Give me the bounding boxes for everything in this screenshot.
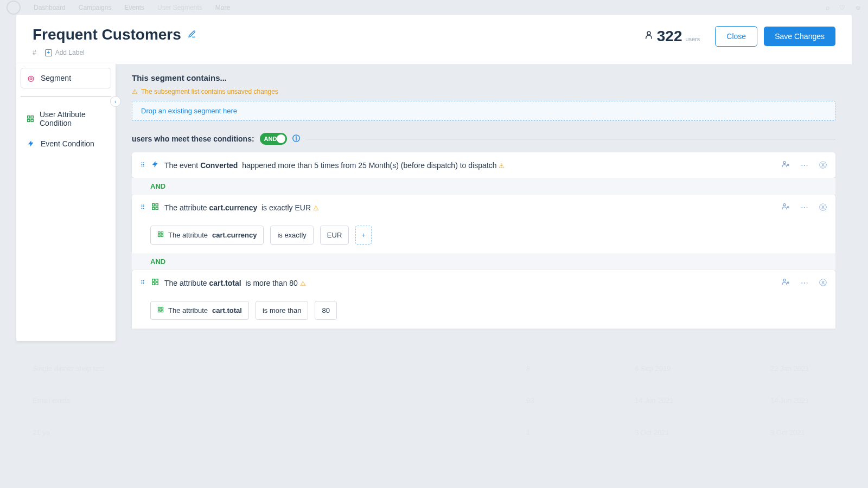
user-icon <box>644 30 654 43</box>
condition-text: The attribute cart.total is more than 80… <box>164 279 776 287</box>
user-count-label: users <box>685 36 700 42</box>
nav-dashboard[interactable]: Dashboard <box>34 4 66 11</box>
attribute-icon <box>157 306 164 314</box>
nav-events[interactable]: Events <box>124 4 144 11</box>
segment-editor-modal: Frequent Customers # + Add Label 322 use… <box>16 15 852 488</box>
topnav: Dashboard Campaigns Events User Segments… <box>0 0 868 15</box>
user-count: 322 users <box>644 28 700 45</box>
condition-row-event[interactable]: ⠿ The event Converted happened more than… <box>132 152 835 178</box>
svg-rect-18 <box>156 279 158 281</box>
svg-rect-9 <box>152 207 155 209</box>
user-match-icon[interactable] <box>781 202 790 213</box>
svg-rect-4 <box>31 119 33 121</box>
svg-rect-13 <box>158 232 161 234</box>
user-match-icon[interactable] <box>781 160 790 170</box>
more-icon[interactable]: ⋯ <box>801 203 808 212</box>
condition-card: ⠿ The attribute cart.currency is exactly… <box>132 195 835 253</box>
warning-icon: ⚠ <box>499 162 505 170</box>
unsaved-warning: ⚠ The subsegment list contains unsaved c… <box>132 88 835 95</box>
drag-handle-icon[interactable]: ⠿ <box>141 162 146 169</box>
condition-card: ⠿ The attribute cart.total is more than … <box>132 270 835 329</box>
info-icon[interactable]: ⓘ <box>292 134 300 144</box>
attribute-chip[interactable]: The attribute cart.total <box>150 301 249 320</box>
sidebar-item-attribute-condition[interactable]: User Attribute Condition <box>21 104 111 133</box>
search-icon[interactable]: ⌕ <box>826 4 829 11</box>
segment-dropzone[interactable]: Drop an existing segment here <box>132 101 835 121</box>
svg-rect-10 <box>156 207 158 209</box>
svg-rect-19 <box>152 282 155 285</box>
attribute-icon <box>157 231 164 239</box>
more-icon[interactable]: ⋯ <box>801 161 808 170</box>
collapse-sidebar-icon[interactable]: ‹ <box>110 96 121 107</box>
nav-more[interactable]: More <box>215 4 230 11</box>
svg-point-12 <box>787 207 789 208</box>
close-button[interactable]: Close <box>715 26 757 47</box>
operator-chip[interactable]: is more than <box>256 301 309 320</box>
attribute-chip[interactable]: The attribute cart.currency <box>150 226 264 245</box>
svg-rect-16 <box>161 235 163 237</box>
svg-rect-23 <box>158 307 161 310</box>
add-condition-icon[interactable]: + <box>355 226 372 245</box>
attribute-icon <box>151 203 159 212</box>
drag-handle-icon[interactable]: ⠿ <box>141 279 146 286</box>
drag-handle-icon[interactable]: ⠿ <box>141 204 146 211</box>
and-separator: AND <box>132 178 835 195</box>
svg-point-0 <box>647 31 650 35</box>
remove-icon[interactable]: ⓧ <box>819 278 827 288</box>
svg-rect-24 <box>161 307 163 310</box>
user-count-value: 322 <box>657 28 682 45</box>
warning-icon: ⚠ <box>132 88 138 95</box>
edit-title-icon[interactable] <box>188 30 196 40</box>
plus-icon: + <box>45 49 52 56</box>
user-match-icon[interactable] <box>781 278 790 288</box>
svg-point-21 <box>783 279 786 281</box>
segment-icon: ◎ <box>27 74 35 82</box>
svg-rect-15 <box>158 235 161 237</box>
svg-rect-8 <box>156 204 158 206</box>
condition-detail: The attribute cart.currency is exactly E… <box>132 220 835 253</box>
add-label-button[interactable]: + Add Label <box>45 49 85 56</box>
svg-rect-17 <box>152 279 155 281</box>
nav-campaigns[interactable]: Campaigns <box>79 4 112 11</box>
condition-row-attribute[interactable]: ⠿ The attribute cart.total is more than … <box>132 270 835 296</box>
section-title: This segment contains... <box>132 73 835 82</box>
svg-rect-7 <box>152 204 155 206</box>
svg-rect-3 <box>28 119 30 121</box>
conditions-header: users who meet these conditions: AND ⓘ <box>132 133 835 145</box>
condition-row-attribute[interactable]: ⠿ The attribute cart.currency is exactly… <box>132 195 835 220</box>
remove-icon[interactable]: ⓧ <box>819 203 827 213</box>
remove-icon[interactable]: ⓧ <box>819 160 827 170</box>
condition-card: ⠿ The event Converted happened more than… <box>132 152 835 178</box>
svg-rect-20 <box>156 282 158 285</box>
hash-label: # <box>33 49 36 56</box>
more-icon[interactable]: ⋯ <box>801 279 808 287</box>
svg-rect-2 <box>31 116 33 118</box>
sidebar: ‹ ◎ Segment User Attribute Condition Eve… <box>16 63 116 341</box>
svg-rect-14 <box>161 232 163 234</box>
attribute-icon <box>27 115 34 123</box>
segment-title: Frequent Customers <box>33 26 181 43</box>
operator-chip[interactable]: is exactly <box>270 226 313 245</box>
divider <box>21 96 111 97</box>
warning-icon: ⚠ <box>313 204 319 212</box>
condition-detail: The attribute cart.total is more than 80 <box>132 296 835 329</box>
and-or-toggle[interactable]: AND <box>260 133 287 145</box>
svg-rect-1 <box>28 116 30 118</box>
sidebar-item-segment[interactable]: ◎ Segment <box>21 68 111 88</box>
nav-user-segments[interactable]: User Segments <box>157 4 202 11</box>
svg-point-5 <box>783 162 786 164</box>
svg-rect-26 <box>161 310 163 312</box>
value-chip[interactable]: 80 <box>315 301 336 320</box>
event-icon <box>151 160 159 170</box>
avatar-icon[interactable]: ☺ <box>855 4 861 11</box>
sidebar-item-event-condition[interactable]: Event Condition <box>21 133 111 154</box>
svg-rect-25 <box>158 310 161 312</box>
svg-point-22 <box>787 282 789 284</box>
condition-text: The attribute cart.currency is exactly E… <box>164 203 776 212</box>
attribute-icon <box>151 278 159 287</box>
app-logo-icon <box>7 1 21 15</box>
bell-icon[interactable]: ♡ <box>839 4 845 11</box>
save-changes-button[interactable]: Save Changes <box>764 27 835 46</box>
modal-header: Frequent Customers # + Add Label 322 use… <box>16 15 852 65</box>
value-chip[interactable]: EUR <box>320 226 349 245</box>
